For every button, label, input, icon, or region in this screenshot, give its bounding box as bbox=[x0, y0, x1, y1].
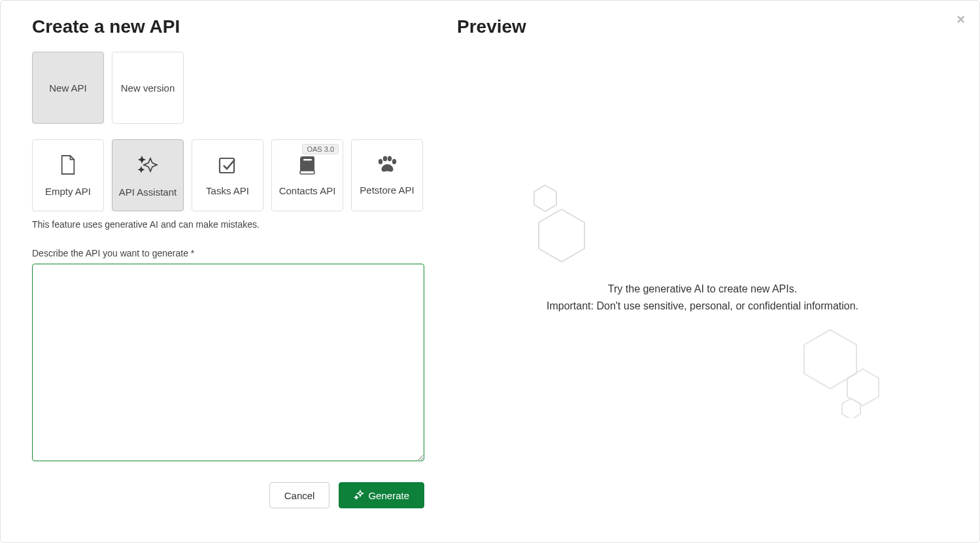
svg-marker-9 bbox=[804, 330, 856, 389]
template-petstore-api[interactable]: Petstore API bbox=[351, 139, 423, 211]
tab-new-api[interactable]: New API bbox=[32, 52, 104, 124]
template-empty-api-label: Empty API bbox=[45, 186, 91, 197]
preview-line-1: Try the generative AI to create new APIs… bbox=[457, 281, 948, 298]
svg-marker-10 bbox=[847, 369, 879, 406]
template-empty-api[interactable]: Empty API bbox=[32, 139, 104, 211]
create-api-modal: × Create a new API New API New version bbox=[0, 0, 980, 543]
document-icon bbox=[59, 154, 77, 178]
tab-new-version-label: New version bbox=[121, 82, 175, 94]
left-title: Create a new API bbox=[32, 16, 424, 37]
right-title: Preview bbox=[457, 16, 948, 37]
sparkle-icon bbox=[136, 153, 160, 179]
preview-text: Try the generative AI to create new APIs… bbox=[457, 281, 948, 314]
cancel-button[interactable]: Cancel bbox=[269, 482, 330, 508]
close-button[interactable]: × bbox=[956, 12, 965, 27]
mode-tabs: New API New version bbox=[32, 52, 424, 124]
generate-button[interactable]: Generate bbox=[339, 482, 424, 508]
svg-marker-11 bbox=[842, 398, 860, 418]
tab-new-api-label: New API bbox=[49, 82, 87, 94]
preview-line-2: Important: Don't use sensitive, personal… bbox=[457, 298, 948, 315]
template-cards: Empty API API Assistant bbox=[32, 139, 424, 211]
svg-point-4 bbox=[383, 156, 387, 162]
sparkle-small-icon bbox=[354, 489, 364, 502]
template-tasks-api[interactable]: Tasks API bbox=[192, 139, 263, 211]
svg-point-3 bbox=[379, 159, 382, 164]
preview-area: Try the generative AI to create new APIs… bbox=[457, 52, 948, 516]
hexagon-decoration-icon bbox=[522, 180, 594, 268]
template-petstore-api-label: Petstore API bbox=[360, 184, 414, 196]
cancel-button-label: Cancel bbox=[284, 490, 315, 501]
template-api-assistant-label: API Assistant bbox=[119, 186, 177, 198]
svg-rect-1 bbox=[300, 171, 314, 174]
svg-marker-8 bbox=[534, 185, 556, 211]
left-panel: Create a new API New API New version Emp… bbox=[32, 16, 424, 516]
hexagon-decoration-icon bbox=[798, 326, 889, 421]
describe-textarea[interactable] bbox=[32, 264, 424, 461]
right-panel: Preview Try the generative AI to create … bbox=[424, 16, 948, 516]
paw-icon bbox=[376, 155, 398, 177]
template-contacts-api[interactable]: OAS 3.0 Contacts API bbox=[271, 139, 343, 211]
ai-hint: This feature uses generative AI and can … bbox=[32, 219, 424, 230]
book-icon bbox=[297, 154, 317, 177]
checkbox-icon bbox=[217, 154, 238, 177]
svg-marker-7 bbox=[539, 209, 584, 262]
svg-rect-0 bbox=[220, 158, 234, 173]
template-api-assistant[interactable]: API Assistant bbox=[112, 139, 184, 211]
template-tasks-api-label: Tasks API bbox=[206, 185, 249, 196]
svg-point-6 bbox=[392, 159, 396, 164]
close-icon: × bbox=[956, 11, 965, 27]
generate-button-label: Generate bbox=[368, 490, 409, 501]
tab-new-version[interactable]: New version bbox=[112, 52, 184, 124]
describe-label: Describe the API you want to generate * bbox=[32, 248, 424, 258]
svg-point-5 bbox=[388, 156, 392, 162]
template-contacts-api-label: Contacts API bbox=[279, 185, 336, 196]
oas-badge: OAS 3.0 bbox=[302, 144, 339, 154]
svg-rect-2 bbox=[303, 159, 312, 161]
footer-buttons: Cancel Generate bbox=[32, 482, 424, 508]
